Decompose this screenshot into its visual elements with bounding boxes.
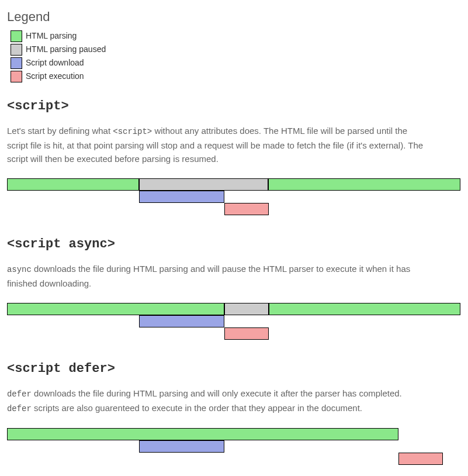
- text: scripts are also guarenteed to execute i…: [32, 403, 362, 413]
- legend-item: Script download: [7, 57, 461, 69]
- legend-label: Script execution: [26, 70, 84, 82]
- legend-item: HTML parsing: [7, 30, 461, 42]
- bar-execution: [224, 203, 269, 215]
- bar-paused: [224, 303, 269, 315]
- section-paragraph: Let's start by defining what <script> wi…: [7, 124, 428, 165]
- text: Let's start by defining what: [7, 126, 113, 136]
- bar-parsing: [7, 428, 398, 440]
- section-paragraph: async downloads the file during HTML par…: [7, 262, 428, 290]
- bar-parsing: [7, 303, 224, 315]
- bar-download: [139, 315, 224, 327]
- section-title-async: <script async>: [7, 234, 461, 254]
- code: defer: [7, 389, 32, 399]
- swatch-download: [11, 57, 22, 69]
- code: defer: [7, 404, 32, 413]
- diagram-defer: [7, 428, 460, 470]
- section-paragraph: defer downloads the file during HTML par…: [7, 387, 428, 415]
- legend-label: HTML parsing paused: [26, 43, 106, 56]
- bar-download: [139, 191, 224, 203]
- bar-parsing: [7, 178, 139, 191]
- bar-parsing: [269, 303, 460, 315]
- code: <script>: [113, 127, 152, 136]
- legend: HTML parsing HTML parsing paused Script …: [7, 30, 461, 82]
- legend-title: Legend: [7, 7, 461, 26]
- bar-execution: [224, 327, 269, 340]
- swatch-paused: [11, 44, 22, 56]
- legend-label: Script download: [26, 57, 84, 69]
- swatch-execution: [11, 71, 22, 82]
- bar-paused: [139, 178, 268, 191]
- bar-download: [139, 440, 224, 453]
- section-title-defer: <script defer>: [7, 359, 461, 378]
- legend-item: Script execution: [7, 70, 461, 82]
- diagram-async: [7, 303, 460, 345]
- diagram-script: [7, 178, 460, 220]
- text: downloads the file during HTML parsing a…: [7, 264, 410, 288]
- section-title-script: <script>: [7, 96, 461, 116]
- swatch-parsing: [11, 30, 22, 42]
- code: async: [7, 265, 32, 274]
- bar-execution: [398, 453, 443, 465]
- legend-label: HTML parsing: [26, 30, 77, 42]
- bar-parsing: [268, 178, 460, 191]
- text: downloads the file during HTML parsing a…: [32, 388, 402, 398]
- legend-item: HTML parsing paused: [7, 43, 461, 56]
